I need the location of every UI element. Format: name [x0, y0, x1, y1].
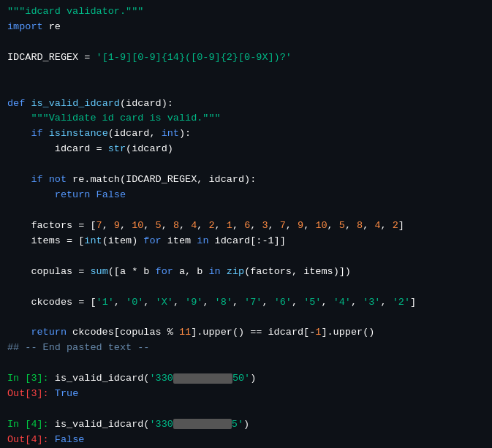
line-str-convert: idcard = str(idcard): [7, 142, 485, 157]
line-blank9: [7, 356, 485, 371]
line-blank10: [7, 402, 485, 417]
line-docstring: """idcard validator.""": [7, 4, 485, 20]
line-if-not-re: if not re.match(IDCARD_REGEX, idcard):: [7, 172, 485, 188]
line-docstring2: """Validate id card is valid.""": [7, 111, 485, 126]
line-def: def is_valid_idcard(idcard):: [7, 96, 485, 112]
line-blank5: [7, 203, 485, 219]
line-out3: Out[3]: True: [7, 387, 485, 402]
line-return-false: return False: [7, 188, 485, 203]
line-ckcodes: ckcodes = ['1', '0', 'X', '9', '8', '7',…: [7, 295, 485, 311]
line-copulas: copulas = sum([a * b for a, b in zip(fac…: [7, 265, 485, 280]
line-factors: factors = [7, 9, 10, 5, 8, 4, 2, 1, 6, 3…: [7, 219, 485, 234]
line-blank6: [7, 249, 485, 265]
line-out4: Out[4]: False: [7, 433, 485, 448]
line-blank4: [7, 157, 485, 172]
line-blank1: [7, 35, 485, 50]
line-end-comment: ## -- End pasted text --: [7, 341, 485, 356]
code-editor: """idcard validator.""" import re IDCARD…: [0, 0, 492, 448]
line-blank8: [7, 310, 485, 325]
line-blank7: [7, 280, 485, 295]
line-in4: In [4]: is_valid_idcard('330​​​​​​​​​​ 5…: [7, 417, 485, 433]
line-if-isinstance: if isinstance(idcard, int):: [7, 126, 485, 142]
line-in3: In [3]: is_valid_idcard('330​​​​​​​​​​​​…: [7, 371, 485, 387]
line-blank3: [7, 81, 485, 96]
line-items: items = [int(item) for item in idcard[:-…: [7, 234, 485, 249]
line-regex: IDCARD_REGEX = '[1-9][0-9]{14}([0-9]{2}[…: [7, 50, 485, 66]
line-import: import re: [7, 20, 485, 35]
line-blank2: [7, 66, 485, 81]
line-return: return ckcodes[copulas % 11].upper() == …: [7, 325, 485, 341]
